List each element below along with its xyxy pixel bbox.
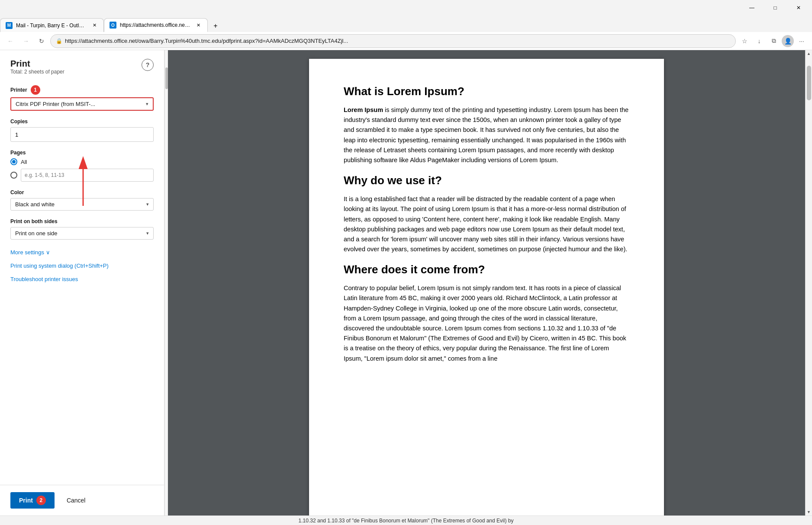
more-settings-button[interactable]: More settings ∨ xyxy=(10,247,50,257)
document-page: What is Lorem Ipsum? Lorem Ipsum is simp… xyxy=(309,59,664,515)
scrollbar-up-button[interactable]: ▲ xyxy=(806,50,812,57)
doc-heading-3: Where does it come from? xyxy=(344,263,629,276)
help-button[interactable]: ? xyxy=(142,59,154,71)
printer-select-control[interactable]: Citrix PDF Printer (from MSIT-... ▾ xyxy=(11,98,153,110)
favorites-button[interactable]: ☆ xyxy=(738,34,751,48)
color-label: Color xyxy=(10,189,154,195)
tab-title-attachments: https://attachments.office.net/o... xyxy=(120,22,191,28)
doc-para-1-bold: Lorem Ipsum xyxy=(344,106,383,113)
status-bar: 1.10.32 and 1.10.33 of "de Finibus Bonor… xyxy=(0,515,812,525)
pages-radio-group: All xyxy=(10,158,154,182)
collections-button[interactable]: ⧉ xyxy=(767,34,781,48)
cancel-button[interactable]: Cancel xyxy=(60,493,93,507)
refresh-button[interactable]: ↻ xyxy=(35,34,48,48)
back-button[interactable]: ← xyxy=(3,34,17,48)
new-tab-button[interactable]: + xyxy=(209,20,222,32)
doc-heading-2: Why do we use it? xyxy=(344,174,629,187)
panel-scrollbar-thumb xyxy=(165,67,168,89)
print-system-dialog-button[interactable]: Print using system dialog (Ctrl+Shift+P) xyxy=(10,261,109,271)
pages-all-radio[interactable] xyxy=(10,158,17,165)
tab-bar: M Mail - Turpin, Barry E - Outlook ✕ O h… xyxy=(0,16,812,32)
sides-select-control[interactable]: Print on one side ▾ xyxy=(11,227,153,239)
pages-all-option[interactable]: All xyxy=(10,158,154,165)
printer-group: Printer 1 Citrix PDF Printer (from MSIT-… xyxy=(10,85,154,111)
pages-all-label: All xyxy=(21,159,27,165)
tab-title-outlook: Mail - Turpin, Barry E - Outlook xyxy=(16,22,87,29)
scrollbar-down-button[interactable]: ▼ xyxy=(806,509,812,515)
sides-group: Print on both sides Print on one side ▾ xyxy=(10,218,154,240)
color-dropdown-icon: ▾ xyxy=(146,202,149,207)
pages-custom-input[interactable] xyxy=(21,169,154,182)
profile-button[interactable]: 👤 xyxy=(782,35,794,47)
window-controls: — □ ✕ xyxy=(742,1,809,14)
tab-favicon-attachments: O xyxy=(110,22,116,29)
print-title: Print xyxy=(10,59,64,69)
close-button[interactable]: ✕ xyxy=(789,1,809,14)
tab-attachments[interactable]: O https://attachments.office.net/o... ✕ xyxy=(104,18,208,32)
tab-close-outlook[interactable]: ✕ xyxy=(90,22,98,29)
copies-label: Copies xyxy=(10,118,154,125)
color-group: Color Black and white ▾ xyxy=(10,189,154,211)
menu-button[interactable]: ··· xyxy=(795,34,809,48)
lock-icon: 🔒 xyxy=(56,38,62,44)
doc-para-3: Contrary to popular belief, Lorem Ipsum … xyxy=(344,283,629,364)
address-text: https://attachments.office.net/owa/Barry… xyxy=(65,38,730,44)
print-panel-content: Print Total: 2 sheets of paper ? Printer… xyxy=(0,50,164,485)
doc-heading-1: What is Lorem Ipsum? xyxy=(344,85,629,98)
printer-label: Printer xyxy=(10,87,27,93)
doc-para-2: It is a long established fact that a rea… xyxy=(344,194,629,254)
pages-custom-option[interactable] xyxy=(10,169,154,182)
nav-bar: ← → ↻ 🔒 https://attachments.office.net/o… xyxy=(0,32,812,50)
scrollbar-thumb xyxy=(807,66,811,100)
copies-input[interactable] xyxy=(10,127,154,142)
sides-label: Print on both sides xyxy=(10,218,154,224)
title-bar: — □ ✕ xyxy=(0,0,812,16)
scrollbar-track[interactable] xyxy=(806,57,812,509)
tab-outlook[interactable]: M Mail - Turpin, Barry E - Outlook ✕ xyxy=(0,18,104,32)
pages-group: Pages All xyxy=(10,150,154,182)
color-select[interactable]: Black and white ▾ xyxy=(10,198,154,211)
sides-value: Print on one side xyxy=(15,230,146,237)
pages-custom-radio[interactable] xyxy=(10,172,17,179)
sides-dropdown-icon: ▾ xyxy=(146,230,149,236)
doc-para-1: Lorem Ipsum is simply dummy text of the … xyxy=(344,105,629,165)
badge-1: 1 xyxy=(31,85,40,95)
print-button[interactable]: Print 2 xyxy=(10,492,55,509)
print-header: Print Total: 2 sheets of paper ? xyxy=(10,59,154,83)
document-preview: What is Lorem Ipsum? Lorem Ipsum is simp… xyxy=(168,50,805,515)
print-actions: Print 2 Cancel xyxy=(0,485,164,515)
nav-right-actions: ☆ ↓ ⧉ 👤 ··· xyxy=(738,34,809,48)
address-bar[interactable]: 🔒 https://attachments.office.net/owa/Bar… xyxy=(50,34,736,48)
sides-select[interactable]: Print on one side ▾ xyxy=(10,227,154,240)
printer-dropdown-icon: ▾ xyxy=(146,101,148,107)
print-panel: Print Total: 2 sheets of paper ? Printer… xyxy=(0,50,164,515)
printer-select[interactable]: Citrix PDF Printer (from MSIT-... ▾ xyxy=(10,97,154,111)
downloads-button[interactable]: ↓ xyxy=(752,34,766,48)
settings-links: More settings ∨ Print using system dialo… xyxy=(10,247,154,284)
print-btn-label: Print xyxy=(19,497,33,504)
print-subtitle: Total: 2 sheets of paper xyxy=(10,69,64,75)
troubleshoot-button[interactable]: Troubleshoot printer issues xyxy=(10,274,78,284)
copies-group: Copies xyxy=(10,118,154,142)
badge-2: 2 xyxy=(36,496,46,505)
pages-label: Pages xyxy=(10,150,154,156)
browser-scrollbar[interactable]: ▲ ▼ xyxy=(805,50,812,515)
status-text: 1.10.32 and 1.10.33 of "de Finibus Bonor… xyxy=(299,518,514,524)
maximize-button[interactable]: □ xyxy=(765,1,785,14)
tab-close-attachments[interactable]: ✕ xyxy=(194,21,202,29)
printer-value: Citrix PDF Printer (from MSIT-... xyxy=(16,101,146,107)
tab-favicon-outlook: M xyxy=(6,22,13,29)
minimize-button[interactable]: — xyxy=(742,1,762,14)
color-select-control[interactable]: Black and white ▾ xyxy=(11,198,153,210)
panel-scrollbar[interactable] xyxy=(164,50,168,515)
doc-para-1-rest: is simply dummy text of the printing and… xyxy=(344,106,628,163)
color-value: Black and white xyxy=(15,201,146,208)
forward-button[interactable]: → xyxy=(19,34,33,48)
